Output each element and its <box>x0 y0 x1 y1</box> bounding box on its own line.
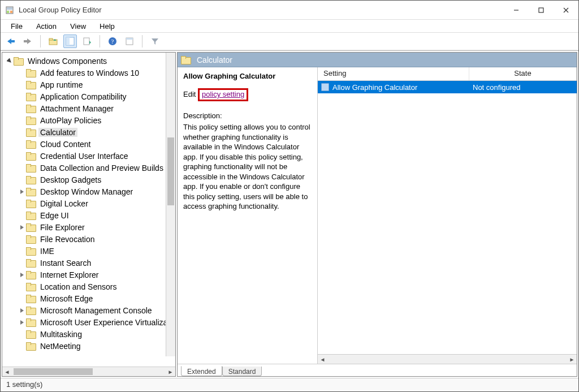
tree-item-label: Calculator <box>38 128 77 137</box>
menu-file[interactable]: File <box>5 21 28 32</box>
svg-rect-1 <box>7 7 12 10</box>
tree-item[interactable]: Application Compatibility <box>6 91 175 102</box>
expander-icon[interactable] <box>18 342 26 350</box>
expander-icon[interactable] <box>18 105 26 113</box>
tree-item[interactable]: Instant Search <box>6 257 175 269</box>
policy-setting-link[interactable]: policy setting <box>202 90 244 98</box>
tree-item[interactable]: Location and Sensors <box>6 281 175 292</box>
folder-icon <box>26 271 35 279</box>
expander-icon[interactable] <box>18 318 26 326</box>
folder-icon <box>26 235 35 243</box>
expander-icon[interactable] <box>18 164 26 172</box>
tree-item-label: Edge UI <box>38 211 71 220</box>
tree-item[interactable]: AutoPlay Policies <box>6 114 175 126</box>
tree-item-label: File Revocation <box>38 235 97 244</box>
expander-icon[interactable] <box>18 235 26 243</box>
status-text: 1 setting(s) <box>6 380 42 389</box>
svg-marker-21 <box>152 38 158 45</box>
expander-icon[interactable] <box>18 176 26 184</box>
expander-icon[interactable] <box>18 69 26 77</box>
menu-view[interactable]: View <box>64 21 92 32</box>
tree-pane: Windows Components Add features to Windo… <box>2 52 176 377</box>
tree-item[interactable]: Digital Locker <box>6 197 175 209</box>
expander-icon[interactable] <box>18 330 26 338</box>
menu-help[interactable]: Help <box>94 21 120 32</box>
tab-standard[interactable]: Standard <box>222 367 262 376</box>
tree-item[interactable]: Internet Explorer <box>6 269 175 281</box>
expander-icon[interactable] <box>18 259 26 267</box>
column-setting[interactable]: Setting <box>318 67 469 80</box>
tree-item-label: NetMeeting <box>38 342 83 351</box>
tree-item[interactable]: NetMeeting <box>6 340 175 352</box>
tree-item[interactable]: Cloud Content <box>6 138 175 150</box>
tree-item-label: Attachment Manager <box>38 104 115 113</box>
expander-icon[interactable] <box>18 271 26 279</box>
maximize-button[interactable] <box>529 2 554 19</box>
scroll-left-icon[interactable]: ◄ <box>318 355 327 364</box>
close-button[interactable] <box>554 2 578 19</box>
tree-item-label: Location and Sensors <box>38 282 118 291</box>
expander-icon[interactable] <box>18 212 26 219</box>
folder-icon <box>181 56 190 64</box>
scroll-left-icon[interactable]: ◄ <box>2 367 12 377</box>
tree-scroll[interactable]: Windows Components Add features to Windo… <box>2 53 175 367</box>
tree-item[interactable]: Desktop Window Manager <box>6 186 175 197</box>
help-button[interactable]: ? <box>106 35 119 48</box>
folder-icon <box>26 295 35 303</box>
tree-item-label: Instant Search <box>38 259 93 268</box>
tree-root-row[interactable]: Windows Components <box>6 55 175 67</box>
column-state[interactable]: State <box>469 67 577 80</box>
forward-button[interactable] <box>21 35 34 48</box>
expander-icon[interactable] <box>18 188 26 196</box>
menu-action[interactable]: Action <box>31 21 62 32</box>
list-row[interactable]: Allow Graphing Calculator Not configured <box>318 81 577 93</box>
folder-icon <box>26 342 35 350</box>
expander-icon[interactable] <box>18 81 26 89</box>
folder-icon <box>26 330 35 338</box>
tree-item[interactable]: Calculator <box>6 126 175 138</box>
tree-item[interactable]: Attachment Manager <box>6 102 175 114</box>
tree-item[interactable]: Microsoft Management Console <box>6 304 175 316</box>
tree-item[interactable]: File Explorer <box>6 221 175 233</box>
tree-item[interactable]: Add features to Windows 10 <box>6 67 175 79</box>
show-tree-button[interactable] <box>63 35 77 48</box>
tree-item[interactable]: Data Collection and Preview Builds <box>6 162 175 174</box>
export-button[interactable] <box>80 35 94 48</box>
list-horizontal-scrollbar[interactable]: ◄ ► <box>318 354 577 364</box>
expander-icon[interactable] <box>18 307 26 315</box>
horizontal-scrollbar[interactable]: ◄ ► <box>2 367 175 376</box>
up-folder-button[interactable] <box>46 35 60 48</box>
expander-icon[interactable] <box>6 57 14 65</box>
expander-icon[interactable] <box>18 93 26 101</box>
tree-item[interactable]: File Revocation <box>6 233 175 245</box>
scroll-right-icon[interactable]: ► <box>166 367 175 377</box>
svg-rect-2 <box>7 11 9 13</box>
expander-icon[interactable] <box>18 128 26 136</box>
tree-item-label: Microsoft Management Console <box>38 306 154 315</box>
expander-icon[interactable] <box>18 200 26 208</box>
minimize-button[interactable] <box>504 2 529 19</box>
expander-icon[interactable] <box>18 152 26 160</box>
filter-button[interactable] <box>148 35 162 48</box>
expander-icon[interactable] <box>18 117 26 124</box>
folder-icon <box>26 283 35 291</box>
scroll-right-icon[interactable]: ► <box>567 355 577 364</box>
back-button[interactable] <box>4 35 18 48</box>
tree-item[interactable]: App runtime <box>6 79 175 91</box>
tree-item[interactable]: Microsoft User Experience Virtualiza <box>6 316 175 328</box>
expander-icon[interactable] <box>18 295 26 303</box>
tree-item[interactable]: Credential User Interface <box>6 150 175 162</box>
expander-icon[interactable] <box>18 247 26 255</box>
tab-extended[interactable]: Extended <box>181 366 222 376</box>
folder-icon <box>26 259 35 267</box>
tree-item[interactable]: Desktop Gadgets <box>6 174 175 186</box>
tree-item[interactable]: Multitasking <box>6 328 175 340</box>
tree-item[interactable]: IME <box>6 245 175 257</box>
vertical-scrollbar[interactable] <box>166 53 175 356</box>
expander-icon[interactable] <box>18 223 26 231</box>
expander-icon[interactable] <box>18 140 26 148</box>
expander-icon[interactable] <box>18 283 26 291</box>
properties-button[interactable] <box>123 35 136 48</box>
tree-item[interactable]: Edge UI <box>6 209 175 221</box>
tree-item[interactable]: Microsoft Edge <box>6 292 175 304</box>
